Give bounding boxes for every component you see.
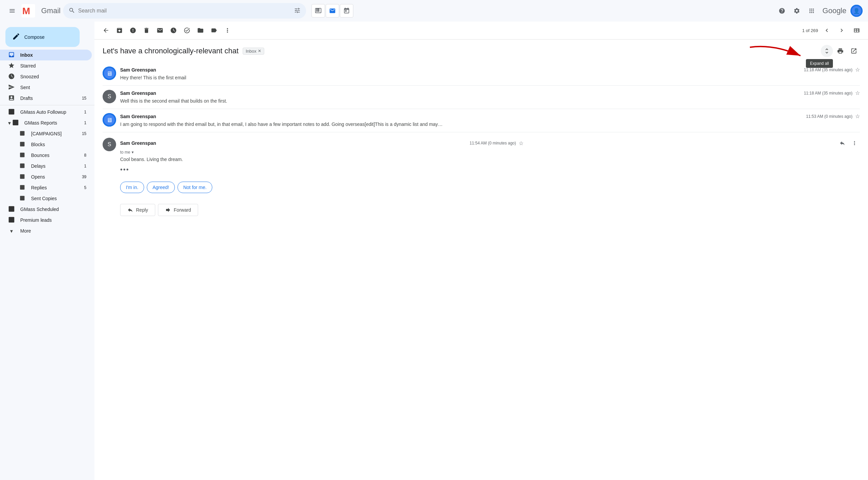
svg-rect-12 bbox=[20, 185, 24, 189]
sender-avatar-2: S bbox=[103, 90, 116, 103]
sidebar-item-opens[interactable]: Opens 39 bbox=[11, 171, 92, 182]
sidebar-item-drafts[interactable]: Drafts 15 bbox=[0, 93, 92, 104]
split-view-button[interactable] bbox=[850, 24, 863, 36]
mark-unread-button[interactable] bbox=[154, 24, 166, 36]
apps-icon[interactable] bbox=[805, 4, 818, 18]
sidebar-item-bounces[interactable]: Bounces 8 bbox=[11, 150, 92, 161]
calendar-icon[interactable] bbox=[340, 4, 353, 18]
gmass-reports-expand-icon[interactable]: ▾ bbox=[8, 120, 11, 126]
help-icon[interactable] bbox=[775, 4, 789, 18]
email-dots[interactable]: ••• bbox=[120, 166, 860, 174]
svg-text:👤: 👤 bbox=[853, 8, 860, 14]
move-to-button[interactable] bbox=[194, 24, 207, 36]
search-input[interactable] bbox=[78, 8, 291, 14]
hamburger-menu[interactable] bbox=[5, 4, 19, 18]
svg-rect-6 bbox=[13, 119, 19, 125]
settings-icon[interactable] bbox=[790, 4, 804, 18]
search-icon[interactable] bbox=[69, 7, 75, 15]
sidebar-item-gmass-scheduled[interactable]: GMass Scheduled bbox=[0, 204, 92, 215]
sidebar-item-sent[interactable]: Sent bbox=[0, 82, 92, 93]
sender-name-4: Sam Greenspan bbox=[120, 140, 156, 146]
archive-button[interactable] bbox=[113, 24, 126, 36]
more-actions-button[interactable] bbox=[221, 24, 234, 36]
bounces-count: 8 bbox=[84, 153, 86, 158]
email-star-1[interactable]: ☆ bbox=[855, 66, 860, 73]
newer-button[interactable] bbox=[821, 24, 833, 36]
reply-button[interactable]: Reply bbox=[120, 204, 155, 216]
gmass-scheduled-icon bbox=[8, 206, 15, 213]
user-avatar[interactable]: 👤 bbox=[850, 5, 863, 17]
bounces-icon bbox=[19, 152, 26, 159]
svg-rect-14 bbox=[9, 206, 15, 212]
gmass-reports-icon bbox=[12, 119, 19, 127]
snoozed-icon bbox=[8, 73, 15, 81]
sidebar-item-gmass-followup[interactable]: GMass Auto Followup 1 bbox=[0, 107, 92, 117]
email-body-4: Sam Greenspan 11:54 AM (0 minutes ago) ☆ bbox=[120, 138, 860, 174]
more-email-btn[interactable] bbox=[849, 138, 860, 149]
compose-button[interactable]: Compose bbox=[5, 27, 80, 47]
gmass-scheduled-label: GMass Scheduled bbox=[20, 207, 86, 212]
email-toolbar: 1 of 269 bbox=[94, 22, 868, 39]
forward-button[interactable]: Forward bbox=[158, 204, 198, 216]
snoozed-label: Snoozed bbox=[20, 74, 86, 79]
email-star-2[interactable]: ☆ bbox=[855, 90, 860, 96]
search-filter-icon[interactable] bbox=[294, 7, 301, 15]
open-in-new-button[interactable] bbox=[848, 45, 860, 57]
reply-action-btn[interactable] bbox=[837, 138, 848, 149]
sidebar-item-replies[interactable]: Replies 5 bbox=[11, 182, 92, 193]
more-dots-icon[interactable]: ••• bbox=[120, 166, 129, 173]
blocks-label: Blocks bbox=[31, 142, 86, 147]
gmass-icon[interactable] bbox=[326, 4, 339, 18]
labels-button[interactable] bbox=[208, 24, 220, 36]
thread-title: Let's have a chronologically-relevant ch… bbox=[103, 47, 239, 55]
google-text: Google bbox=[822, 6, 846, 15]
gmass-followup-icon bbox=[8, 108, 15, 116]
sidebar-item-delays[interactable]: Delays 1 bbox=[11, 161, 92, 171]
smart-reply-1[interactable]: I'm in. bbox=[120, 182, 144, 193]
older-button[interactable] bbox=[836, 24, 848, 36]
table-view-icon[interactable] bbox=[311, 4, 325, 18]
email-body-2: Sam Greenspan 11:18 AM (35 minutes ago) … bbox=[120, 90, 860, 105]
inbox-badge[interactable]: Inbox ✕ bbox=[243, 48, 264, 55]
sidebar-item-campaigns[interactable]: [CAMPAIGNS] 15 bbox=[11, 128, 92, 139]
sent-copies-icon bbox=[19, 195, 26, 202]
email-star-3[interactable]: ☆ bbox=[855, 113, 860, 119]
sender-avatar-4: S bbox=[103, 138, 116, 151]
sidebar-item-snoozed[interactable]: Snoozed bbox=[0, 71, 92, 82]
expand-all-tooltip: Expand all bbox=[806, 59, 833, 68]
delays-label: Delays bbox=[31, 163, 84, 169]
to-expand-icon[interactable]: ▾ bbox=[132, 150, 134, 155]
sidebar-item-blocks[interactable]: Blocks bbox=[11, 139, 92, 150]
compose-label: Compose bbox=[24, 34, 45, 40]
sent-icon bbox=[8, 84, 15, 91]
reply-bar: Reply Forward bbox=[120, 204, 860, 216]
email-message-1: 🖥 Sam Greenspan 11:18 AM (35 minutes ago… bbox=[103, 62, 860, 86]
smart-reply-3[interactable]: Not for me. bbox=[178, 182, 212, 193]
badge-close-icon[interactable]: ✕ bbox=[258, 49, 261, 53]
email-message-3: 🖥 Sam Greenspan 11:53 AM (0 minutes ago)… bbox=[103, 109, 860, 132]
starred-icon bbox=[8, 62, 15, 70]
snooze-button[interactable] bbox=[167, 24, 180, 36]
replies-label: Replies bbox=[31, 185, 84, 190]
email-star-4[interactable]: ☆ bbox=[519, 140, 523, 146]
email-time-3: 11:53 AM (0 minutes ago) bbox=[806, 114, 852, 119]
sidebar-item-more[interactable]: ▾ More bbox=[0, 225, 92, 236]
sidebar-item-starred[interactable]: Starred bbox=[0, 60, 92, 71]
sidebar-item-sent-copies[interactable]: Sent Copies bbox=[11, 193, 92, 204]
expand-all-button[interactable] bbox=[821, 45, 833, 57]
smart-reply-2[interactable]: Agreed! bbox=[147, 182, 175, 193]
email-content-panel: 1 of 269 bbox=[94, 22, 868, 480]
spam-button[interactable] bbox=[127, 24, 139, 36]
campaigns-count: 15 bbox=[82, 131, 86, 136]
back-button[interactable] bbox=[100, 24, 112, 36]
svg-rect-8 bbox=[20, 142, 24, 146]
drafts-count: 15 bbox=[82, 96, 86, 101]
sidebar-item-inbox[interactable]: Inbox bbox=[0, 50, 92, 60]
sidebar-item-gmass-reports[interactable]: ▾ GMass Reports 1 bbox=[0, 117, 92, 128]
print-button[interactable] bbox=[834, 45, 846, 57]
sidebar-item-premium-leads[interactable]: Premium leads bbox=[0, 215, 92, 225]
sent-copies-label: Sent Copies bbox=[31, 196, 86, 201]
email-meta-1: Sam Greenspan 11:18 AM (35 minutes ago) … bbox=[120, 66, 860, 73]
add-to-tasks-button[interactable] bbox=[181, 24, 193, 36]
delete-button[interactable] bbox=[140, 24, 153, 36]
